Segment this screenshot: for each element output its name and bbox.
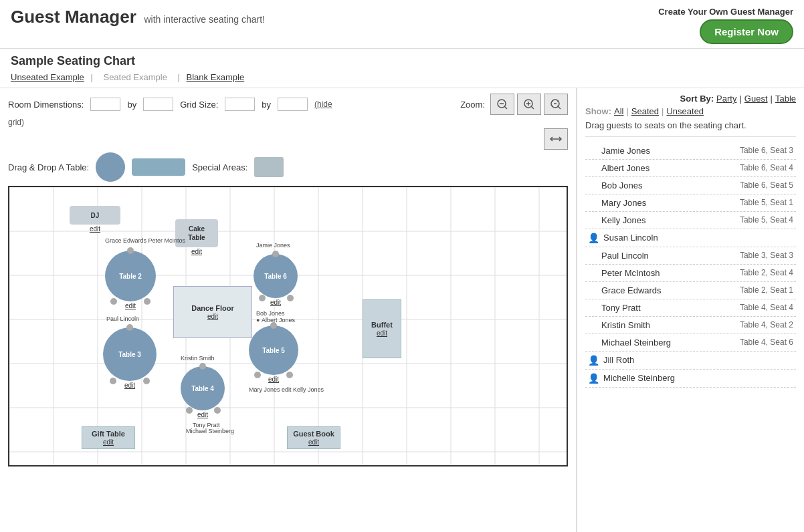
guest-row[interactable]: Jamie JonesTable 6, Seat 3	[585, 142, 796, 160]
guest-name: Kristin Smith	[601, 320, 740, 330]
example-links: Unseated Example | Seated Example | Blan…	[11, 72, 793, 82]
guest-row[interactable]: 👤Jill Roth	[585, 352, 796, 370]
table-3[interactable]: Table 3 Paul Lincoln edit	[103, 327, 157, 389]
guest-seat: Table 5, Seat 4	[740, 215, 793, 225]
svg-line-2	[504, 106, 507, 109]
grid-height-input[interactable]	[278, 98, 308, 111]
buffet[interactable]: Buffet edit	[363, 299, 401, 358]
seating-chart[interactable]: DJ edit CakeTable edit Table 2	[8, 186, 568, 467]
guest-list: Jamie JonesTable 6, Seat 3Albert JonesTa…	[585, 142, 796, 388]
guest-row[interactable]: Tony PrattTable 4, Seat 4	[585, 299, 796, 317]
guest-name: Tony Pratt	[601, 303, 740, 313]
guest-seat: Table 2, Seat 1	[740, 285, 793, 295]
guest-row[interactable]: 👤Susan Lincoln	[585, 229, 796, 247]
drag-special-area[interactable]	[254, 157, 284, 177]
show-label: Show:	[585, 106, 611, 116]
chart-inner: DJ edit CakeTable edit Table 2	[9, 187, 567, 465]
zoom-out-button[interactable]	[490, 94, 514, 115]
header-right: Create Your Own Guest Manager Register N…	[658, 7, 793, 44]
dance-floor[interactable]: Dance Floor edit	[173, 286, 252, 338]
dance-floor-edit[interactable]: edit	[207, 313, 218, 320]
guest-name: Jill Roth	[603, 355, 793, 365]
register-button[interactable]: Register Now	[700, 19, 793, 44]
guest-seat: Table 2, Seat 4	[740, 268, 793, 277]
guest-name: Bob Jones	[601, 180, 740, 190]
guest-name: Grace Edwards	[601, 285, 740, 295]
room-dimensions-label: Room Dimenstions:	[8, 100, 84, 110]
guest-name: Albert Jones	[601, 163, 740, 173]
guest-row[interactable]: Bob JonesTable 6, Seat 5	[585, 177, 796, 194]
gift-edit[interactable]: edit	[103, 438, 114, 446]
pan-icon	[550, 134, 562, 144]
table3-edit[interactable]: edit	[124, 382, 135, 389]
sort-label: Sort By:	[680, 94, 714, 104]
grid-width-input[interactable]	[225, 98, 255, 111]
blank-example-link[interactable]: Blank Example	[187, 72, 245, 82]
main-container: Room Dimenstions: by Grid Size: by (hide…	[0, 88, 804, 532]
guest-row[interactable]: Mary JonesTable 5, Seat 1	[585, 194, 796, 212]
table4-edit[interactable]: edit	[197, 411, 208, 418]
table-6[interactable]: Table 6 Jamie Jones Bob Jones ● Albert J…	[254, 254, 298, 306]
table6-edit[interactable]: edit	[270, 299, 281, 306]
grid-size-label: Grid Size:	[180, 100, 218, 110]
sort-table[interactable]: Table	[775, 94, 796, 104]
table-5[interactable]: Table 5 Mary Jones edit Kelly Jones edit	[249, 325, 298, 383]
right-panel: Sort By: Party | Guest | Table Show: All…	[577, 88, 804, 532]
guest-book[interactable]: Guest Book edit	[287, 426, 340, 449]
cake-edit[interactable]: edit	[191, 248, 202, 255]
guest-seat: Table 5, Seat 1	[740, 198, 793, 207]
zoom-label: Zoom:	[460, 100, 485, 110]
header-left: Guest Manager with interactive seating c…	[11, 7, 265, 27]
page-title: Sample Seating Chart	[11, 54, 793, 68]
drag-instruction: Drag guests to seats on the seating char…	[585, 119, 796, 137]
guest-row[interactable]: Kelly JonesTable 5, Seat 4	[585, 212, 796, 229]
unseated-example-link[interactable]: Unseated Example	[11, 72, 84, 82]
pan-button[interactable]	[544, 128, 568, 150]
show-row: Show: All | Seated | Unseated	[585, 106, 796, 116]
drag-circle-table[interactable]	[96, 152, 125, 182]
guest-row[interactable]: Kristin SmithTable 4, Seat 2	[585, 317, 796, 334]
app-subtitle: with interactive seating chart!	[144, 14, 265, 25]
special-label: Special Areas:	[192, 162, 247, 172]
person-icon: 👤	[588, 233, 599, 243]
guest-row[interactable]: Peter McIntoshTable 2, Seat 4	[585, 265, 796, 282]
guest-name: Michelle Steinberg	[603, 373, 793, 383]
table-dj[interactable]: DJ edit	[70, 206, 120, 233]
zoom-in-button[interactable]	[517, 94, 541, 115]
room-height-input[interactable]	[143, 98, 173, 111]
guest-seat: Table 6, Seat 5	[740, 180, 793, 190]
left-panel: Room Dimenstions: by Grid Size: by (hide…	[0, 88, 577, 532]
hide-link[interactable]: (hide	[314, 100, 332, 109]
person-icon: 👤	[588, 355, 599, 366]
sort-guest[interactable]: Guest	[744, 94, 768, 104]
guest-seat: Table 4, Seat 6	[740, 338, 793, 347]
guest-seat: Table 4, Seat 4	[740, 303, 793, 312]
show-all[interactable]: All	[614, 106, 623, 116]
guest-row[interactable]: 👤Michelle Steinberg	[585, 370, 796, 388]
zoom-section: Zoom:	[460, 94, 568, 115]
show-seated[interactable]: Seated	[631, 106, 659, 116]
drag-row: Drag & Drop A Table: Special Areas:	[8, 152, 568, 182]
zoom-fit-button[interactable]	[544, 94, 568, 115]
guest-name: Peter McIntosh	[601, 268, 740, 278]
guest-seat: Table 3, Seat 3	[740, 251, 793, 260]
table2-edit[interactable]: edit	[125, 302, 136, 309]
guest-row[interactable]: Michael SteinbergTable 4, Seat 6	[585, 334, 796, 352]
person-icon: 👤	[588, 373, 599, 384]
drag-label: Drag & Drop A Table:	[8, 162, 89, 172]
dj-edit[interactable]: edit	[90, 225, 100, 233]
room-width-input[interactable]	[90, 98, 120, 111]
guest-name: Paul Lincoln	[601, 251, 740, 261]
guest-row[interactable]: Albert JonesTable 6, Seat 4	[585, 160, 796, 177]
guest-row[interactable]: Grace EdwardsTable 2, Seat 1	[585, 282, 796, 299]
guest-row[interactable]: Paul LincolnTable 3, Seat 3	[585, 247, 796, 265]
table-2[interactable]: Table 2 Grace Edwards Peter McIntos edit	[105, 251, 156, 309]
drag-rect-table[interactable]	[132, 158, 185, 176]
guestbook-edit[interactable]: edit	[308, 438, 319, 446]
buffet-edit[interactable]: edit	[377, 329, 387, 337]
sort-party[interactable]: Party	[716, 94, 736, 104]
table5-edit[interactable]: edit	[268, 376, 279, 383]
show-unseated[interactable]: Unseated	[666, 106, 704, 116]
gift-table[interactable]: Gift Table edit	[82, 426, 135, 449]
table-4[interactable]: Table 4 Kristin Smith Tony Pratt edit	[181, 366, 225, 418]
